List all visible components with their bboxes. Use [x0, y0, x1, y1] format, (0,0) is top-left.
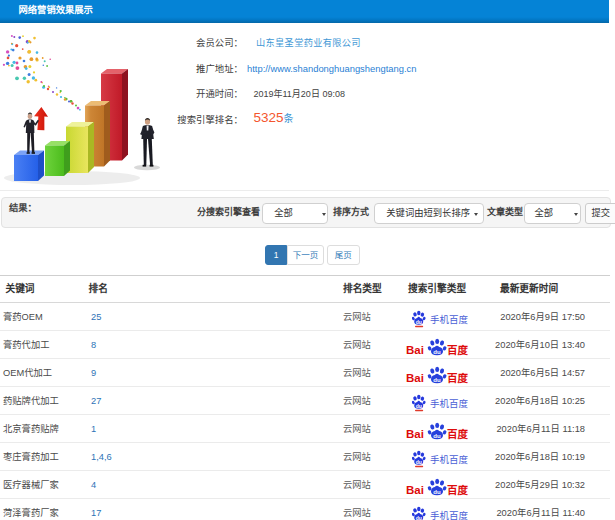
- svg-text:du: du: [416, 319, 422, 325]
- svg-text:du: du: [433, 433, 441, 439]
- svg-text:du: du: [416, 403, 422, 409]
- svg-text:du: du: [433, 377, 441, 383]
- svg-text:du: du: [433, 349, 441, 355]
- svg-text:Bai: Bai: [406, 484, 424, 496]
- svg-text:Bai: Bai: [406, 372, 424, 384]
- svg-text:du: du: [433, 489, 441, 495]
- svg-text:du: du: [416, 515, 422, 520]
- svg-text:Bai: Bai: [406, 428, 424, 440]
- svg-text:Bai: Bai: [406, 344, 424, 356]
- svg-text:du: du: [416, 459, 422, 465]
